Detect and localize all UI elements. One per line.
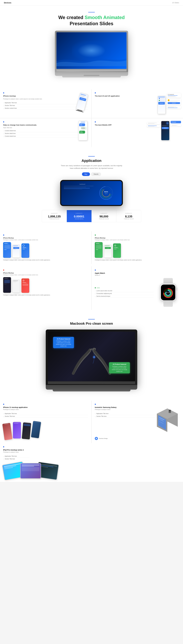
- iphone-grid: iPhone mockup Pretotype to analyze visio…: [0, 89, 183, 147]
- iphone11-list: Application Title here Section Title her…: [3, 412, 88, 418]
- grid-cell-iphone-mockup: iPhone mockup Pretotype to analyze visio…: [0, 89, 91, 118]
- watch-series: Series 5: [95, 274, 180, 276]
- hero-blue-accent: [88, 12, 95, 12]
- watch-content: Active Lorem ipsum dolor sit amet Consec…: [95, 278, 180, 307]
- macbook-section: Macbook Pro clean screen: [0, 312, 183, 398]
- card-apple-watch: Apple Watch Series 5 Active Lorem ipsum …: [92, 266, 183, 310]
- app-section-title: Application: [5, 158, 178, 163]
- watch-title: Apple Watch: [95, 272, 180, 274]
- phone-cards-row-2: iPhone Mockup Pretotype to analyze visio…: [0, 266, 183, 310]
- watch-list: Lorem ipsum dolor sit amet Consectetur a…: [95, 290, 154, 298]
- svg-text:Activity: Activity: [166, 292, 170, 293]
- macbook-blue-accent: [88, 319, 95, 320]
- phone-cards-row-1: iPhone Mockup Pretotype to analyze visio…: [0, 232, 183, 264]
- main-container: We created Smooth Animated Presentation …: [0, 6, 183, 482]
- macbook-title: Macbook Pro clean screen: [5, 322, 178, 326]
- phone-white-1: [12, 245, 20, 258]
- grid-cell-teams: Help us change how teams communicate. Te…: [0, 118, 91, 147]
- phone-blue-2: [22, 244, 29, 258]
- card-dark-theme: iPhone Mockup Pretotype to analyze visio…: [0, 266, 91, 310]
- phone-white-3: [12, 280, 20, 293]
- floating-card-1: #1 Product featured Pretotype to analyze…: [53, 337, 74, 348]
- tab-stands[interactable]: Stands: [91, 172, 101, 176]
- team-label: Team Title here: [3, 127, 88, 128]
- grid-list-3: Content detail here Section detail here …: [3, 130, 88, 138]
- header-slides: 15 Slides: [172, 2, 179, 4]
- svg-point-27: [170, 410, 170, 411]
- grid-list-1: Application Title here Section Title her…: [3, 102, 88, 110]
- phone-green-1: [95, 242, 102, 258]
- phone-landscape-mockup: Dashboard 98.: [60, 180, 123, 206]
- ipad-section: iPad Pro mockup series 1 Pretotype to an…: [0, 443, 183, 482]
- grid-cell-title-1: iPhone mockup: [3, 95, 88, 97]
- header-title: Devices: [4, 2, 11, 4]
- svg-text:Uptime: Uptime: [105, 193, 108, 194]
- grid-cell-title-3: Help us change how teams communicate.: [3, 124, 88, 126]
- phone-white-2: [104, 245, 112, 258]
- stats-row: Capacity 1,898,135 Trades per second Cap…: [42, 210, 141, 222]
- bottom-card-iphone11: iPhone 11 mockup application Pretotype t…: [0, 400, 91, 443]
- phone-blue-1: [3, 242, 11, 258]
- laptop-mockup: [55, 31, 128, 78]
- grid-cell-mobile-app: The best Mobile APP: [92, 118, 183, 147]
- tab-buy[interactable]: Buy: [82, 172, 90, 176]
- app-section-desc: There are many variations of passages of…: [59, 164, 124, 170]
- header: Devices 15 Slides: [0, 0, 183, 6]
- samsung-mockup: [154, 406, 180, 432]
- application-section: Application There are many variations of…: [0, 150, 183, 229]
- svg-text:98.5%: 98.5%: [104, 191, 108, 192]
- card-blue-theme: iPhone Mockup Pretotype to analyze visio…: [0, 232, 91, 264]
- tab-buttons: Buy Stands: [5, 172, 178, 176]
- iphone11-stack: [3, 420, 88, 440]
- grid-cell-ui-ux: The best UI and UX application: [92, 89, 183, 118]
- svg-point-4: [102, 189, 110, 197]
- hero-section: We created Smooth Animated Presentation …: [0, 6, 183, 86]
- hero-title: We created Smooth Animated Presentation …: [5, 14, 178, 27]
- stat-item-3: Capacity 98,000 Trades per second: [92, 210, 116, 222]
- app-blue-accent: [88, 156, 95, 156]
- stat-item-4: Capacity 8,135 Trades per second: [116, 210, 141, 222]
- phone-green-2: [113, 244, 121, 258]
- bottom-card-samsung: Isometric Samsung Galaxy Pretotype to an…: [92, 400, 183, 443]
- svg-text:Move: Move: [167, 294, 169, 294]
- phone-red-1: [22, 278, 29, 293]
- watch-info: Active Lorem ipsum dolor sit amet Consec…: [95, 287, 154, 298]
- phone-dark-1: [3, 277, 11, 293]
- ipad-stack: [3, 463, 180, 479]
- iphone-photo-1: [2, 422, 13, 440]
- stat-item-2-highlight: Capacity 0.00001 Seconds latency: [67, 210, 92, 222]
- iphone-purple: [13, 422, 21, 439]
- card-green-theme: iPhone Mockup Pretotype to analyze visio…: [92, 232, 183, 264]
- bottom-grid: iPhone 11 mockup application Pretotype t…: [0, 400, 183, 443]
- grid-cell-subtitle-1: Pretotype to analyze vision. Lorem ipsum…: [3, 98, 88, 100]
- stat-item-1: Capacity 1,898,135 Trades per second: [42, 210, 67, 222]
- iphone-photo-2: [30, 420, 41, 438]
- ipad-2: [20, 463, 41, 479]
- floating-card-2: #2 Product featured Pretotype to analyze…: [109, 362, 130, 374]
- ipad-list: Application Title here Section Title her…: [3, 455, 29, 460]
- phones-display-green: [95, 242, 180, 258]
- iphone-dark: [22, 422, 31, 440]
- macbook-mockup: #1 Product featured Pretotype to analyze…: [46, 330, 137, 392]
- phones-display-dark: [3, 277, 88, 293]
- phones-display-blue: [3, 242, 88, 258]
- watch-mockup: 10:09: [156, 278, 180, 307]
